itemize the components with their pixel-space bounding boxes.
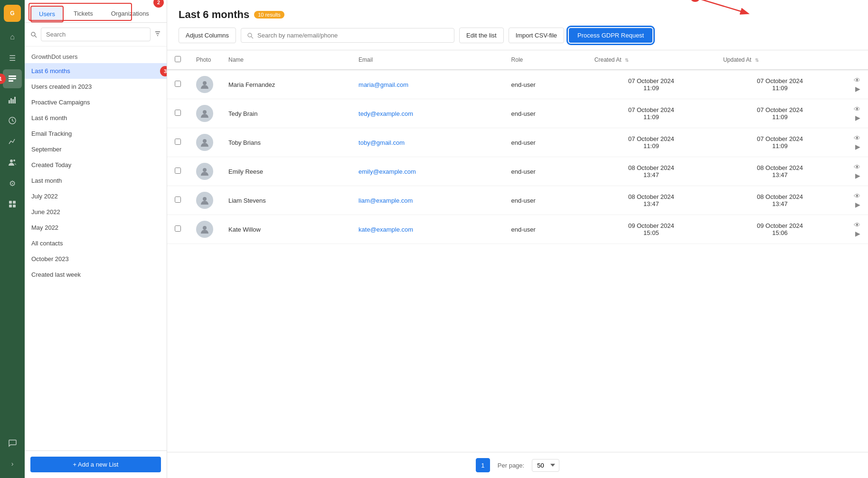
sidebar-item-email-tracking[interactable]: Email Tracking (25, 126, 167, 141)
cell-updated-at: 08 October 202413:47 (716, 157, 844, 186)
cell-created-at: 08 October 202413:47 (587, 157, 716, 186)
users-nav-icon[interactable] (3, 153, 22, 172)
search-bar[interactable] (241, 28, 454, 43)
cell-created-at: 08 October 202413:47 (587, 186, 716, 215)
sidebar-item-last6m[interactable]: Last 6 month (25, 110, 167, 126)
sidebar-item-may2022[interactable]: May 2022 (25, 220, 167, 235)
table-row: Toby Brians toby@gmail.com end-user 07 O… (167, 128, 868, 157)
col-updated-at[interactable]: Updated At ⇅ (716, 50, 844, 70)
sidebar-item-created-last-week[interactable]: Created last week (25, 267, 167, 282)
col-role: Role (504, 50, 587, 70)
col-email: Email (351, 50, 504, 70)
sidebar-item-oct2023[interactable]: October 2023 (25, 251, 167, 267)
view-icon[interactable]: 👁 (854, 222, 860, 228)
row-actions: 👁 ▶ (852, 135, 860, 150)
expand-nav-button[interactable]: › (3, 454, 22, 473)
sidebar-item-created-today[interactable]: Created Today (25, 157, 167, 173)
filter-icon[interactable] (154, 30, 161, 38)
main-content: 4 Last 6 months 10 results Adjust Column… (167, 0, 868, 478)
avatar (196, 134, 213, 151)
tab-users[interactable]: Users (30, 6, 64, 22)
sidebar: Users Tickets Organizations 2 GrowthDot … (25, 0, 167, 478)
per-page-label: Per page: (498, 462, 524, 469)
grid-nav-icon[interactable] (3, 195, 22, 214)
sidebar-item-all-contacts[interactable]: All contacts (25, 235, 167, 251)
avatar (196, 76, 213, 93)
cell-created-at: 07 October 202411:09 (587, 70, 716, 99)
expand-icon[interactable]: ▶ (855, 201, 860, 208)
home-nav-icon[interactable]: ⌂ (3, 28, 22, 47)
search-icon (30, 31, 37, 38)
svg-rect-13 (13, 201, 16, 204)
settings-nav-icon[interactable]: ⚙ (3, 174, 22, 193)
view-icon[interactable]: 👁 (854, 164, 860, 170)
svg-point-28 (203, 139, 207, 143)
tab-tickets[interactable]: Tickets (66, 6, 101, 22)
import-csv-button[interactable]: Import CSV-file (509, 28, 564, 43)
col-photo: Photo (189, 50, 221, 70)
cell-name: Tedy Brain (221, 99, 351, 128)
chart-nav-icon[interactable] (3, 132, 22, 151)
sidebar-section-growthdot: GrowthDot users (25, 50, 167, 63)
row-checkbox[interactable] (175, 139, 181, 145)
cell-created-at: 09 October 202415:05 (587, 215, 716, 244)
adjust-columns-button[interactable]: Adjust Columns (179, 28, 236, 43)
sidebar-list: GrowthDot users Last 6 months 3 Users cr… (25, 47, 167, 450)
cell-name: Kate Willow (221, 215, 351, 244)
contacts-nav-icon[interactable]: 1 (3, 69, 22, 88)
sidebar-item-july2022[interactable]: July 2022 (25, 188, 167, 204)
expand-icon[interactable]: ▶ (855, 230, 860, 237)
results-badge: 10 results (254, 11, 284, 19)
svg-rect-2 (9, 75, 16, 77)
sidebar-item-proactive[interactable]: Proactive Campaigns (25, 94, 167, 110)
row-actions: 👁 ▶ (852, 222, 860, 237)
table-row: Emily Reese emily@example.com end-user 0… (167, 157, 868, 186)
process-gdpr-button[interactable]: Process GDPR Request (569, 28, 652, 43)
add-list-button[interactable]: + Add a new List (30, 457, 161, 472)
sidebar-item-users2023[interactable]: Users created in 2023 (25, 79, 167, 94)
view-icon[interactable]: 👁 (854, 77, 860, 84)
svg-point-27 (203, 110, 207, 114)
page-1-button[interactable]: 1 (476, 458, 490, 472)
menu-nav-icon[interactable]: ☰ (3, 48, 22, 67)
sidebar-search-bar (25, 23, 167, 47)
expand-icon[interactable]: ▶ (855, 143, 860, 150)
app-logo[interactable]: G (4, 5, 21, 22)
chat-nav-icon[interactable] (3, 433, 22, 452)
view-icon[interactable]: 👁 (854, 193, 860, 199)
view-icon[interactable]: 👁 (854, 106, 860, 112)
per-page-select[interactable]: 25 50 100 (532, 459, 559, 472)
row-checkbox[interactable] (175, 110, 181, 116)
svg-text:G: G (10, 10, 14, 17)
expand-icon[interactable]: ▶ (855, 172, 860, 179)
edit-list-button[interactable]: Edit the list (459, 28, 504, 43)
sidebar-item-last6months[interactable]: Last 6 months 3 (25, 63, 167, 79)
row-checkbox[interactable] (175, 81, 181, 87)
svg-line-17 (35, 36, 37, 37)
svg-rect-7 (12, 99, 14, 103)
expand-icon[interactable]: ▶ (855, 85, 860, 92)
expand-icon[interactable]: ▶ (855, 114, 860, 121)
col-created-at[interactable]: Created At ⇅ (587, 50, 716, 70)
sidebar-footer: + Add a new List (25, 450, 167, 478)
svg-point-24 (248, 33, 252, 37)
cell-email: tedy@example.com (351, 99, 504, 128)
table-container: Photo Name Email Role Created At ⇅ Updat… (167, 50, 868, 452)
sidebar-item-last-month[interactable]: Last month (25, 173, 167, 188)
cell-email: emily@example.com (351, 157, 504, 186)
view-icon[interactable]: 👁 (854, 135, 860, 141)
icon-nav: G ⌂ ☰ 1 (0, 0, 25, 478)
main-search-input[interactable] (257, 32, 448, 39)
row-checkbox[interactable] (175, 225, 181, 232)
row-checkbox[interactable] (175, 197, 181, 203)
cell-created-at: 07 October 202411:09 (587, 99, 716, 128)
tab-organizations[interactable]: Organizations (103, 6, 157, 22)
cell-email: kate@example.com (351, 215, 504, 244)
reports-nav-icon[interactable] (3, 90, 22, 109)
sidebar-item-june2022[interactable]: June 2022 (25, 204, 167, 220)
select-all-checkbox[interactable] (175, 56, 181, 62)
clock-nav-icon[interactable] (3, 111, 22, 130)
row-checkbox[interactable] (175, 168, 181, 174)
sidebar-item-september[interactable]: September (25, 141, 167, 157)
sidebar-search-input[interactable] (41, 28, 151, 41)
